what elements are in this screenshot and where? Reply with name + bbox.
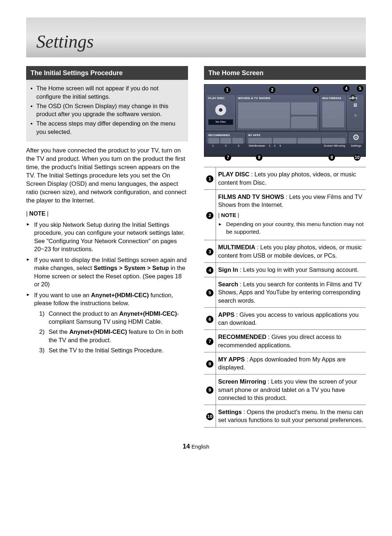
myapps-index: 123 [269, 144, 281, 148]
caption-screen-mirroring: Screen Mirroring [324, 144, 345, 148]
marker-7-icon: 7 [225, 154, 231, 161]
panel-label: MOVIES & TV SHOWS [238, 97, 317, 101]
legend-term: MY APPS [218, 356, 245, 363]
legend-table: 1 PLAY DISC : Lets you play photos, vide… [204, 167, 366, 427]
info-item: The Home screen will not appear if you d… [30, 84, 184, 101]
menu-path: Settings > System > Setup [94, 265, 169, 271]
panel-label: MULTIMEDIA [322, 97, 344, 101]
note-label: NOTE [218, 212, 364, 219]
page-footer: 14 English [26, 442, 366, 451]
text: If you want to use an [34, 292, 91, 298]
legend-row: 1 PLAY DISC : Lets you play photos, vide… [204, 167, 366, 190]
legend-num-icon: 5 [206, 289, 213, 296]
legend-row: 7 RECOMMENDED : Gives you direct access … [204, 330, 366, 352]
photo-icon: 🖼 [349, 103, 362, 108]
legend-row: 2 FILMS AND TV SHOWS : Lets you view Fil… [204, 189, 366, 240]
substep-item: Set the TV to the Initial Settings Proce… [39, 346, 188, 354]
feature-name: Anynet+(HDMI-CEC) [119, 310, 177, 317]
legend-term: Screen Mirroring [218, 378, 266, 385]
panel-status: No Disc [208, 119, 233, 125]
info-item: The OSD (On Screen Display) may change i… [30, 102, 184, 118]
text: Set the [49, 328, 69, 335]
poster-tile [291, 102, 317, 115]
legend-row: 9 Screen Mirroring : Lets you view the s… [204, 375, 366, 405]
page-language: English [192, 443, 209, 450]
info-box: The Home screen will not appear if you d… [26, 80, 188, 142]
legend-num-icon: 6 [206, 316, 213, 323]
marker-10-icon: 10 [354, 154, 360, 161]
legend-row: 10 Settings : Opens the product's menu. … [204, 405, 366, 427]
recommended-index: 123 [207, 144, 245, 148]
legend-num-icon: 3 [206, 248, 213, 255]
substep-list: Connect the product to an Anynet+(HDMI-C… [34, 310, 188, 354]
legend-row: 3 MULTIMEDIA : Lets you play photos, vid… [204, 240, 366, 263]
panel-label: RECOMMENDED [208, 134, 243, 137]
poster-tile [291, 116, 317, 129]
marker-3-icon: 3 [313, 87, 319, 93]
legend-desc: : Lets you search for contents in Films … [218, 281, 362, 304]
poster-tile [322, 101, 344, 127]
panel-label: PLAY DISC [208, 97, 233, 101]
legend-term: Sign In [218, 266, 238, 273]
legend-num-icon: 8 [206, 360, 213, 368]
note-item: Depending on your country, this menu fun… [218, 221, 364, 236]
substep-item: Connect the product to an Anynet+(HDMI-C… [39, 310, 188, 326]
caption-settings: Settings [349, 144, 363, 148]
caption-webbrowser: WebBrowser [249, 144, 265, 148]
panel-multimedia: MULTIMEDIA [320, 95, 346, 130]
note-item: If you want to use an Anynet+(HDMI-CEC) … [26, 291, 188, 354]
page-title: Settings [36, 29, 94, 54]
note-item: If you want to display the Initial Setti… [26, 256, 188, 288]
left-column: The Initial Settings Procedure The Home … [26, 66, 188, 427]
page-number: 14 [183, 443, 190, 450]
legend-term: MULTIMEDIA [218, 244, 255, 250]
marker-9-icon: 9 [328, 154, 335, 161]
legend-num-icon: 2 [206, 212, 213, 219]
legend-term: APPS [218, 311, 234, 318]
manual-page: Settings The Initial Settings Procedure … [0, 0, 392, 472]
panel-label: APPS [349, 97, 362, 101]
legend-row: 8 MY APPS : Apps downloaded from My Apps… [204, 352, 366, 375]
legend-term: Search [218, 281, 238, 287]
marker-4-icon: 4 [343, 85, 350, 92]
legend-desc: : Gives you access to various applicatio… [218, 311, 359, 326]
legend-num-icon: 10 [206, 413, 213, 420]
intro-paragraph: After you have connected the product to … [26, 147, 188, 205]
legend-num-icon: 9 [206, 386, 213, 394]
panel-recommended: RECOMMENDED [207, 132, 245, 143]
legend-term: Settings [218, 409, 242, 415]
panel-play-disc: PLAY DISC No Disc [207, 95, 235, 130]
subsection-header-initial-settings: The Initial Settings Procedure [26, 66, 188, 80]
note-label: NOTE [26, 210, 188, 218]
panel-my-apps: MY APPS [246, 132, 347, 143]
marker-5-icon: 5 [357, 85, 363, 92]
legend-num-icon: 7 [206, 338, 213, 345]
marker-8-icon: 8 [256, 154, 262, 161]
panel-settings-gear: ⚙ [349, 132, 363, 143]
feature-name: Anynet+(HDMI-CEC) [91, 292, 149, 298]
marker-1-icon: 1 [224, 87, 230, 93]
legend-row: 4 Sign In : Lets you log in with your Sa… [204, 262, 366, 277]
panel-apps: APPS 🖼 ♫ [347, 95, 363, 130]
panel-movies-tv: MOVIES & TV SHOWS [236, 95, 319, 130]
legend-desc: : Lets you log in with your Samsung acco… [238, 266, 359, 273]
feature-name: Anynet+(HDMI-CEC) [69, 328, 127, 335]
legend-term: PLAY DISC [218, 171, 249, 177]
legend-num-icon: 4 [206, 267, 213, 274]
note-item: If you skip Network Setup during the Ini… [26, 221, 188, 253]
substep-item: Set the Anynet+(HDMI-CEC) feature to On … [39, 328, 188, 344]
legend-num-icon: 1 [206, 175, 213, 183]
disc-icon [208, 101, 233, 119]
svg-point-1 [219, 108, 222, 112]
poster-tile [238, 102, 290, 128]
legend-row: 6 APPS : Gives you access to various app… [204, 307, 366, 330]
subsection-header-home-screen: The Home Screen [204, 66, 366, 80]
home-screen-diagram: 1 2 3 4 5 6 PLAY DISC No Disc MOVIES & T [204, 84, 366, 157]
legend-term: FILMS AND TV SHOWS [218, 193, 284, 200]
right-column: The Home Screen 1 2 3 4 5 6 PLAY DISC No [204, 66, 366, 427]
legend-term: RECOMMENDED [218, 334, 266, 340]
text: Connect the product to an [49, 310, 119, 317]
legend-row: 5 Search : Lets you search for contents … [204, 277, 366, 307]
panel-label: MY APPS [248, 134, 346, 137]
gear-icon: ⚙ [352, 134, 360, 142]
